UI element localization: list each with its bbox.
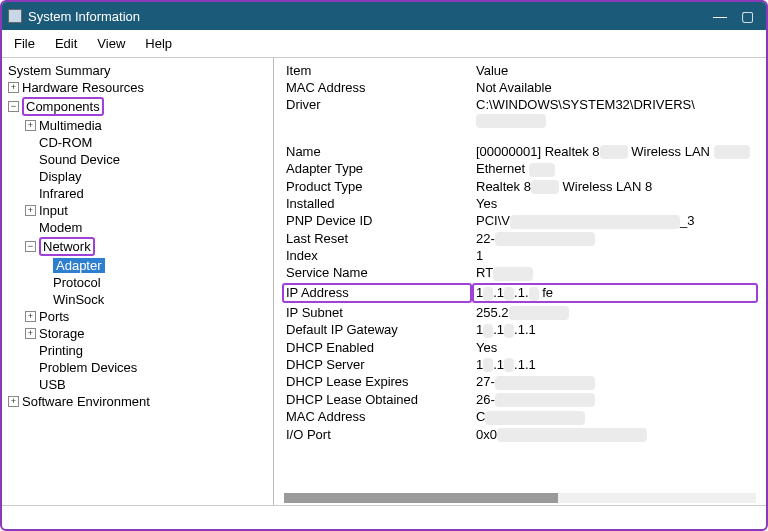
- expand-icon[interactable]: +: [25, 328, 36, 339]
- tree-label: Infrared: [39, 186, 84, 201]
- item-value: Yes: [476, 196, 758, 211]
- item-value: RT: [476, 265, 758, 281]
- tree-printing[interactable]: Printing: [8, 342, 269, 359]
- item-label: Name: [286, 144, 476, 160]
- item-label: MAC Address: [286, 409, 476, 425]
- item-value: Yes: [476, 340, 758, 355]
- row-lease-expires[interactable]: DHCP Lease Expires 27-: [286, 373, 758, 391]
- expand-icon[interactable]: +: [8, 396, 19, 407]
- item-value: Realtek 8 Wireless LAN 8: [476, 179, 758, 195]
- maximize-button[interactable]: ▢: [741, 9, 754, 23]
- tree-adapter[interactable]: Adapter: [8, 257, 269, 274]
- row-last-reset[interactable]: Last Reset 22-: [286, 230, 758, 248]
- horizontal-scrollbar[interactable]: [284, 493, 756, 503]
- tree-label: Printing: [39, 343, 83, 358]
- tree-label: WinSock: [53, 292, 104, 307]
- row-name[interactable]: Name [00000001] Realtek 8 Wireless LAN: [286, 143, 758, 161]
- expand-icon[interactable]: +: [8, 82, 19, 93]
- row-lease-obtained[interactable]: DHCP Lease Obtained 26-: [286, 391, 758, 409]
- tree-components[interactable]: − Components: [8, 96, 269, 117]
- app-icon: [8, 9, 22, 23]
- row-mac[interactable]: MAC Address Not Available: [286, 79, 758, 96]
- row-product-type[interactable]: Product Type Realtek 8 Wireless LAN 8: [286, 178, 758, 196]
- item-value: 255.2: [476, 305, 758, 321]
- row-io-port[interactable]: I/O Port 0x0: [286, 426, 758, 444]
- tree-modem[interactable]: Modem: [8, 219, 269, 236]
- item-label: MAC Address: [286, 80, 476, 95]
- header-item: Item: [286, 63, 476, 78]
- tree-label: CD-ROM: [39, 135, 92, 150]
- tree-network[interactable]: − Network: [8, 236, 269, 257]
- item-label: Service Name: [286, 265, 476, 281]
- tree-problem[interactable]: Problem Devices: [8, 359, 269, 376]
- menu-edit[interactable]: Edit: [47, 34, 85, 53]
- row-pnp[interactable]: PNP Device ID PCI\V_3: [286, 212, 758, 230]
- item-value: 1.1.1.1: [476, 357, 758, 373]
- item-label: Product Type: [286, 179, 476, 195]
- tree-winsock[interactable]: WinSock: [8, 291, 269, 308]
- titlebar: System Information — ▢: [2, 2, 766, 30]
- menu-file[interactable]: File: [6, 34, 43, 53]
- tree-infrared[interactable]: Infrared: [8, 185, 269, 202]
- tree-input[interactable]: + Input: [8, 202, 269, 219]
- expand-icon[interactable]: +: [25, 311, 36, 322]
- tree-label: Multimedia: [39, 118, 102, 133]
- expand-icon[interactable]: +: [25, 205, 36, 216]
- item-value: C:\WINDOWS\SYSTEM32\DRIVERS\: [476, 97, 758, 128]
- row-adapter-type[interactable]: Adapter Type Ethernet: [286, 160, 758, 178]
- expand-icon[interactable]: +: [25, 120, 36, 131]
- item-label: IP Subnet: [286, 305, 476, 321]
- tree-software-env[interactable]: + Software Environment: [8, 393, 269, 410]
- tree-display[interactable]: Display: [8, 168, 269, 185]
- tree-storage[interactable]: + Storage: [8, 325, 269, 342]
- tree-usb[interactable]: USB: [8, 376, 269, 393]
- row-dhcp-enabled[interactable]: DHCP Enabled Yes: [286, 339, 758, 356]
- header-value: Value: [476, 63, 758, 78]
- status-bar: [2, 505, 766, 529]
- menu-view[interactable]: View: [89, 34, 133, 53]
- row-driver[interactable]: Driver C:\WINDOWS\SYSTEM32\DRIVERS\: [286, 96, 758, 129]
- tree-label: Software Environment: [22, 394, 150, 409]
- row-ip-subnet[interactable]: IP Subnet 255.2: [286, 304, 758, 322]
- tree-label: System Summary: [8, 63, 111, 78]
- item-value: Not Available: [476, 80, 758, 95]
- tree-label: Display: [39, 169, 82, 184]
- row-index[interactable]: Index 1: [286, 247, 758, 264]
- content-area: System Summary + Hardware Resources − Co…: [2, 58, 766, 505]
- tree-multimedia[interactable]: + Multimedia: [8, 117, 269, 134]
- item-value: Ethernet: [476, 161, 758, 177]
- tree-label: Modem: [39, 220, 82, 235]
- row-service-name[interactable]: Service Name RT: [286, 264, 758, 282]
- item-label: Last Reset: [286, 231, 476, 247]
- row-installed[interactable]: Installed Yes: [286, 195, 758, 212]
- row-mac2[interactable]: MAC Address C: [286, 408, 758, 426]
- item-value: 0x0: [476, 427, 758, 443]
- item-label-highlighted: IP Address: [282, 283, 472, 303]
- tree-label: Ports: [39, 309, 69, 324]
- row-gateway[interactable]: Default IP Gateway 1.1.1.1: [286, 321, 758, 339]
- menu-help[interactable]: Help: [137, 34, 180, 53]
- item-label: Installed: [286, 196, 476, 211]
- item-value: PCI\V_3: [476, 213, 758, 229]
- minimize-button[interactable]: —: [713, 9, 727, 23]
- collapse-icon[interactable]: −: [25, 241, 36, 252]
- item-label: Index: [286, 248, 476, 263]
- tree-system-summary[interactable]: System Summary: [8, 62, 269, 79]
- collapse-icon[interactable]: −: [8, 101, 19, 112]
- details-pane[interactable]: Item Value MAC Address Not Available Dri…: [274, 58, 766, 505]
- scrollbar-thumb[interactable]: [284, 493, 558, 503]
- header-row: Item Value: [286, 62, 758, 79]
- tree-label: Problem Devices: [39, 360, 137, 375]
- tree-label-highlighted: Network: [39, 237, 95, 256]
- tree-cdrom[interactable]: CD-ROM: [8, 134, 269, 151]
- tree-label: Protocol: [53, 275, 101, 290]
- row-ip-address[interactable]: IP Address 1.1.1. fe: [286, 282, 758, 304]
- tree-hardware-resources[interactable]: + Hardware Resources: [8, 79, 269, 96]
- tree-pane[interactable]: System Summary + Hardware Resources − Co…: [2, 58, 274, 505]
- tree-ports[interactable]: + Ports: [8, 308, 269, 325]
- tree-sound[interactable]: Sound Device: [8, 151, 269, 168]
- tree-label-selected: Adapter: [53, 258, 105, 273]
- row-dhcp-server[interactable]: DHCP Server 1.1.1.1: [286, 356, 758, 374]
- item-value: 27-: [476, 374, 758, 390]
- tree-protocol[interactable]: Protocol: [8, 274, 269, 291]
